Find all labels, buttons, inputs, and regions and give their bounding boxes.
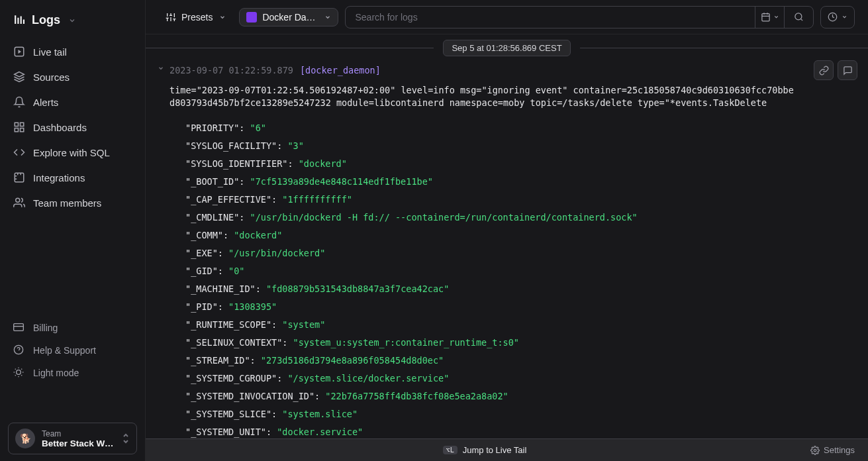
field-value: "/usr/bin/dockerd -H fd:// --containerd=… [250, 212, 638, 223]
jump-label: Jump to Live Tail [463, 445, 527, 455]
jump-to-live-tail-button[interactable]: ⌥L Jump to Live Tail [159, 445, 810, 455]
sidebar-item-explore-sql[interactable]: Explore with SQL [0, 140, 145, 165]
log-area[interactable]: Sep 5 at 01:28:56.869 CEST 2023-09-07 01… [146, 34, 868, 461]
field-row[interactable]: "_RUNTIME_SCOPE": "system" [185, 316, 844, 334]
svg-line-16 [15, 368, 16, 369]
sidebar-item-sources[interactable]: Sources [0, 64, 145, 89]
chevron-down-icon[interactable] [68, 17, 76, 25]
field-value: "6" [250, 123, 266, 133]
time-button[interactable] [820, 6, 855, 28]
sidebar-item-dashboards[interactable]: Dashboards [0, 115, 145, 140]
field-row[interactable]: "PRIORITY": "6" [185, 119, 844, 137]
field-value: "fd08879b531543db8847a3f7cea42cac" [266, 283, 449, 294]
field-key: "SYSLOG_FACILITY" [185, 140, 277, 151]
team-avatar-icon: 🐕 [15, 429, 35, 448]
toolbar: Presets Docker Dae… [146, 0, 868, 34]
sidebar: Logs Live tail Sources Alerts Dashboards… [0, 0, 146, 461]
field-row[interactable]: "_CAP_EFFECTIVE": "1ffffffffff" [185, 191, 844, 209]
entry-header[interactable]: 2023-09-07 01:22:59.879 [docker_daemon] … [146, 64, 868, 110]
sidebar-item-live-tail[interactable]: Live tail [0, 39, 145, 64]
presets-button[interactable]: Presets [159, 8, 232, 26]
main: Presets Docker Dae… Sep 5 at 01:28:56 [146, 0, 868, 461]
footer-bar: ⌥L Jump to Live Tail Settings [146, 438, 868, 461]
field-row[interactable]: "_EXE": "/usr/bin/dockerd" [185, 244, 844, 262]
field-row[interactable]: "_CMDLINE": "/usr/bin/dockerd -H fd:// -… [185, 209, 844, 227]
svg-rect-3 [15, 123, 18, 126]
field-key: "_GID" [185, 266, 218, 276]
sliders-icon [166, 12, 176, 23]
field-value: "1ffffffffff" [282, 194, 352, 205]
presets-label: Presets [181, 12, 213, 23]
field-value: "273d5186d3794e8a896f058454d8d0ec" [261, 355, 444, 366]
timestamp-chip: Sep 5 at 01:28:56.869 CEST [443, 40, 570, 56]
search-button[interactable] [784, 7, 813, 28]
collapse-toggle[interactable] [158, 65, 164, 72]
sidebar-item-label: Explore with SQL [33, 147, 110, 158]
logo[interactable]: Logs [0, 13, 145, 39]
chevron-down-icon [324, 14, 331, 21]
field-value: "/usr/bin/dockerd" [228, 248, 325, 258]
field-row[interactable]: "_STREAM_ID": "273d5186d3794e8a896f05845… [185, 352, 844, 370]
field-row[interactable]: "SYSLOG_IDENTIFIER": "dockerd" [185, 155, 844, 173]
svg-marker-2 [15, 72, 24, 77]
source-color-swatch [246, 12, 257, 23]
field-key: "PRIORITY" [185, 123, 239, 133]
sidebar-item-label: Dashboards [33, 122, 87, 133]
nav-footer-list: Billing Help & Support Light mode [0, 317, 145, 418]
sidebar-item-billing[interactable]: Billing [0, 317, 145, 339]
field-value: "3" [287, 140, 303, 151]
play-icon [13, 46, 25, 58]
field-row[interactable]: "_BOOT_ID": "7cf5139a89de4e848c114edf1fb… [185, 173, 844, 191]
svg-line-20 [15, 375, 16, 376]
field-colon: : [218, 301, 228, 312]
field-key: "_BOOT_ID" [185, 176, 239, 187]
field-value: "1308395" [228, 301, 277, 312]
field-colon: : [239, 123, 250, 133]
field-colon: : [271, 194, 282, 205]
logo-text: Logs [32, 13, 60, 27]
field-colon: : [218, 248, 228, 258]
field-row[interactable]: "_SELINUX_CONTEXT": "system_u:system_r:c… [185, 334, 844, 352]
logo-icon [13, 14, 26, 27]
field-row[interactable]: "_GID": "0" [185, 262, 844, 280]
comment-button[interactable] [838, 60, 857, 80]
field-key: "SYSLOG_IDENTIFIER" [185, 158, 287, 169]
layers-icon [13, 71, 25, 83]
field-row[interactable]: "_PID": "1308395" [185, 298, 844, 316]
sidebar-item-light-mode[interactable]: Light mode [0, 362, 145, 384]
sidebar-item-team-members[interactable]: Team members [0, 190, 145, 215]
search-input[interactable] [346, 7, 755, 28]
team-switcher[interactable]: 🐕 Team Better Stack Wr… [8, 423, 137, 454]
svg-line-21 [21, 368, 22, 369]
field-colon: : [239, 212, 250, 223]
svg-rect-31 [761, 14, 769, 21]
field-colon: : [277, 140, 287, 151]
team-name: Better Stack Wr… [42, 438, 115, 448]
sidebar-item-integrations[interactable]: Integrations [0, 165, 145, 190]
search-wrap [345, 6, 814, 28]
field-key: "_SELINUX_CONTEXT" [185, 337, 282, 348]
source-name: Docker Dae… [262, 12, 318, 23]
svg-rect-7 [15, 173, 24, 182]
field-row[interactable]: "_SYSTEMD_CGROUP": "/system.slice/docker… [185, 370, 844, 387]
field-row[interactable]: "_MACHINE_ID": "fd08879b531543db8847a3f7… [185, 280, 844, 298]
sidebar-item-alerts[interactable]: Alerts [0, 89, 145, 115]
field-value: "dockerd" [299, 158, 347, 169]
field-colon: : [256, 283, 266, 294]
field-colon: : [223, 230, 234, 240]
source-selector[interactable]: Docker Dae… [239, 8, 338, 26]
field-colon: : [239, 176, 250, 187]
field-value: "/system.slice/docker.service" [287, 373, 449, 384]
sidebar-item-help[interactable]: Help & Support [0, 339, 145, 362]
svg-rect-9 [14, 323, 24, 331]
settings-button[interactable]: Settings [810, 445, 855, 455]
copy-link-button[interactable] [814, 60, 834, 80]
date-picker-button[interactable] [755, 7, 784, 28]
field-row[interactable]: "_SYSTEMD_SLICE": "system.slice" [185, 405, 844, 423]
field-colon: : [271, 409, 282, 419]
field-row[interactable]: "_COMM": "dockerd" [185, 227, 844, 244]
svg-point-38 [814, 449, 816, 452]
keyboard-shortcut: ⌥L [443, 446, 458, 454]
field-row[interactable]: "SYSLOG_FACILITY": "3" [185, 137, 844, 155]
field-row[interactable]: "_SYSTEMD_INVOCATION_ID": "22b76a7758ff4… [185, 387, 844, 405]
